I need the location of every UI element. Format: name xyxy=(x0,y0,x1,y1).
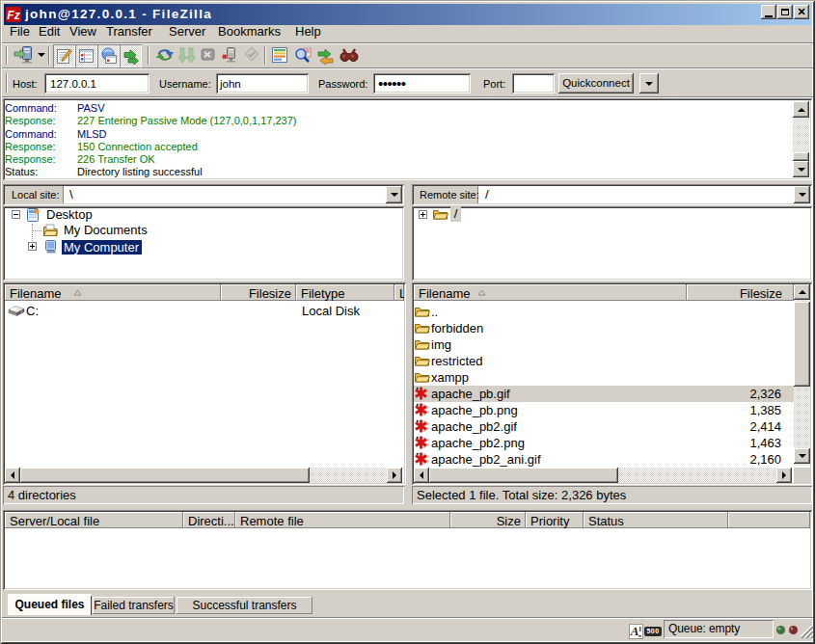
svg-text:Fz: Fz xyxy=(7,9,19,22)
svg-text:A: A xyxy=(630,624,639,638)
